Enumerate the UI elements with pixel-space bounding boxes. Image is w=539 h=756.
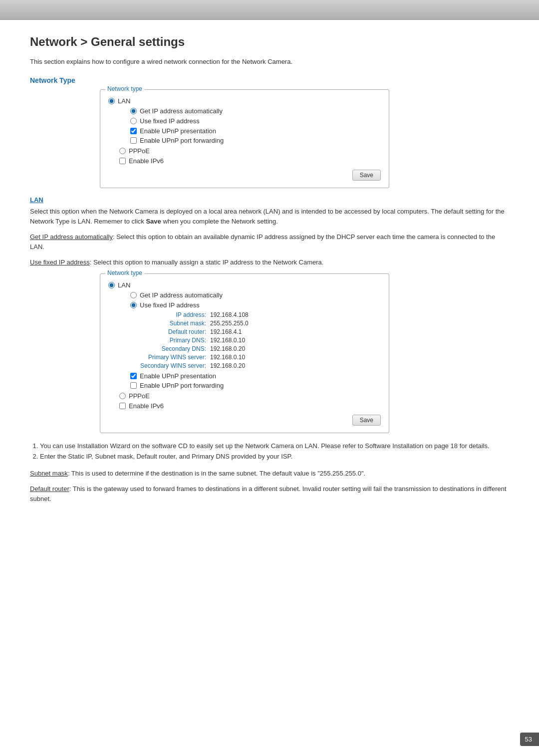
default-router-row: Default router: 192.168.4.1 [130,328,381,335]
get-ip-auto-label-2: Get IP address automatically [140,291,223,299]
subnet-mask-desc-text: : This is used to determine if the desti… [68,470,365,477]
top-bar [0,0,539,20]
get-ip-auto-desc: Get IP address automatically: Select thi… [30,232,509,252]
primary-dns-value: 192.168.0.10 [210,337,245,344]
enable-ipv6-row-1[interactable]: Enable IPv6 [119,157,381,165]
enable-upnp-pres-row-1[interactable]: Enable UPnP presentation [130,127,381,135]
get-ip-auto-label-1: Get IP address automatically [140,107,223,115]
network-type-heading: Network Type [30,76,509,84]
default-router-label: Default router: [130,328,210,335]
secondary-dns-row: Secondary DNS: 192.168.0.20 [130,345,381,352]
main-content: Network > General settings This section … [0,20,539,539]
fixed-ip-desc-text: : Select this option to manually assign … [90,258,324,266]
network-type-box-2: Network type LAN Get IP address automati… [100,273,389,433]
subnet-mask-desc-label: Subnet mask [30,470,68,477]
primary-wins-label: Primary WINS server: [130,354,210,361]
enable-upnp-pres-row-2[interactable]: Enable UPnP presentation [130,372,381,380]
use-fixed-ip-row-1[interactable]: Use fixed IP address [130,117,381,125]
subnet-mask-value: 255.255.255.0 [210,320,249,327]
pppoe-radio-1[interactable] [119,148,126,154]
save-button-1[interactable]: Save [352,170,381,181]
primary-dns-row: Primary DNS: 192.168.0.10 [130,337,381,344]
ip-address-row: IP address: 192.168.4.108 [130,311,381,318]
enable-ipv6-checkbox-2[interactable] [119,403,126,409]
enable-upnp-pres-checkbox-2[interactable] [130,373,137,379]
page-title: Network > General settings [30,35,509,49]
get-ip-auto-desc-label: Get IP address automatically [30,233,113,241]
subnet-mask-label: Subnet mask: [130,320,210,327]
lan-radio-2[interactable] [108,282,115,288]
network-type-box-1: Network type LAN Get IP address automati… [100,89,389,188]
secondary-dns-label: Secondary DNS: [130,345,210,352]
enable-upnp-pres-checkbox-1[interactable] [130,128,137,134]
ip-address-value: 192.168.4.108 [210,311,249,318]
enable-upnp-portfwd-label-2: Enable UPnP port forwarding [140,382,224,389]
intro-text: This section explains how to configure a… [30,58,509,65]
ip-fields-table: IP address: 192.168.4.108 Subnet mask: 2… [130,311,381,369]
secondary-dns-value: 192.168.0.20 [210,345,245,352]
fixed-ip-desc-label: Use fixed IP address [30,258,90,266]
primary-wins-value: 192.168.0.10 [210,354,245,361]
lan-paragraph-1: Select this option when the Network Came… [30,207,509,226]
save-btn-row-1: Save [108,170,381,181]
enable-upnp-portfwd-checkbox-2[interactable] [130,382,137,389]
subnet-mask-desc: Subnet mask: This is used to determine i… [30,469,509,479]
secondary-wins-label: Secondary WINS server: [130,362,210,369]
ip-address-label: IP address: [130,311,210,318]
use-fixed-ip-radio-2[interactable] [130,302,137,308]
enable-ipv6-label-2: Enable IPv6 [129,402,164,410]
secondary-wins-row: Secondary WINS server: 192.168.0.20 [130,362,381,369]
pppoe-radio-row-1[interactable]: PPPoE [119,147,381,155]
fixed-ip-desc: Use fixed IP address: Select this option… [30,257,509,267]
enable-ipv6-label-1: Enable IPv6 [129,157,164,165]
primary-wins-row: Primary WINS server: 192.168.0.10 [130,354,381,361]
notes-list: You can use Installation Wizard on the s… [40,441,509,462]
get-ip-auto-radio-2[interactable] [130,292,137,298]
enable-upnp-portfwd-row-2[interactable]: Enable UPnP port forwarding [130,382,381,389]
enable-upnp-portfwd-label-1: Enable UPnP port forwarding [140,137,224,144]
default-router-desc-label: Default router [30,485,69,493]
lan-label-2: LAN [118,281,130,289]
lan-heading: LAN [30,196,509,204]
enable-upnp-pres-label-1: Enable UPnP presentation [140,127,216,135]
note-2: Enter the Static IP, Subnet mask, Defaul… [40,452,509,462]
use-fixed-ip-row-2[interactable]: Use fixed IP address [130,301,381,309]
enable-ipv6-row-2[interactable]: Enable IPv6 [119,402,381,410]
enable-upnp-pres-label-2: Enable UPnP presentation [140,372,216,380]
lan-label-1: LAN [118,97,130,105]
page-number: 53 [520,733,539,746]
default-router-desc: Default router: This is the gateway used… [30,484,509,504]
get-ip-auto-row-1[interactable]: Get IP address automatically [130,107,381,115]
get-ip-auto-row-2[interactable]: Get IP address automatically [130,291,381,299]
note-1: You can use Installation Wizard on the s… [40,441,509,451]
use-fixed-ip-label-1: Use fixed IP address [140,117,200,125]
save-button-2[interactable]: Save [352,415,381,426]
lan-radio-row-1[interactable]: LAN [108,97,381,105]
box-title-1: Network type [105,85,144,92]
enable-ipv6-checkbox-1[interactable] [119,158,126,164]
lan-radio-1[interactable] [108,98,115,104]
box-title-2: Network type [105,269,144,276]
enable-upnp-portfwd-row-1[interactable]: Enable UPnP port forwarding [130,137,381,144]
pppoe-radio-row-2[interactable]: PPPoE [119,392,381,400]
pppoe-radio-2[interactable] [119,393,126,399]
secondary-wins-value: 192.168.0.20 [210,362,245,369]
save-btn-row-2: Save [108,415,381,426]
default-router-desc-text: : This is the gateway used to forward fr… [30,485,507,503]
pppoe-label-2: PPPoE [129,392,150,400]
pppoe-label-1: PPPoE [129,147,150,155]
use-fixed-ip-radio-1[interactable] [130,118,137,124]
subnet-mask-row: Subnet mask: 255.255.255.0 [130,320,381,327]
use-fixed-ip-label-2: Use fixed IP address [140,301,200,309]
lan-radio-row-2[interactable]: LAN [108,281,381,289]
default-router-value: 192.168.4.1 [210,328,242,335]
get-ip-auto-radio-1[interactable] [130,108,137,114]
primary-dns-label: Primary DNS: [130,337,210,344]
enable-upnp-portfwd-checkbox-1[interactable] [130,137,137,144]
